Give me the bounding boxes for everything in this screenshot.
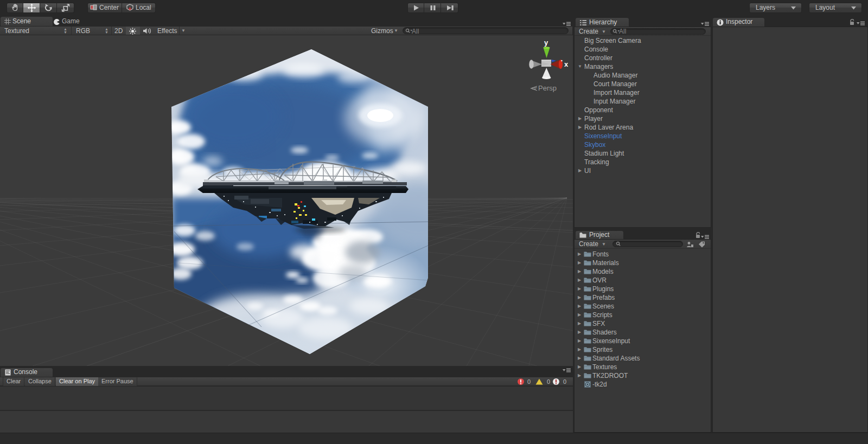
svg-text:Persp: Persp [538, 84, 557, 92]
svg-text:x: x [564, 60, 569, 68]
svg-text:y: y [544, 38, 548, 47]
